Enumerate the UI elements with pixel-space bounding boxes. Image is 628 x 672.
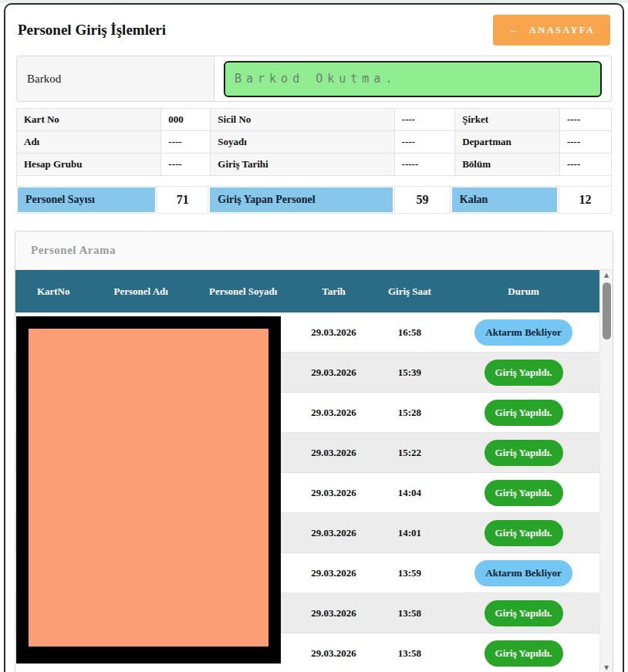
back-arrow-icon: ← xyxy=(508,24,520,36)
table-body: 29.03.2026 16:58 Aktarım Bekliyor 29.03.… xyxy=(15,312,613,672)
spacer-row xyxy=(16,176,612,186)
info-value: ---- xyxy=(161,131,211,154)
col-personel-adi: Personel Adı xyxy=(91,285,191,298)
info-value: ---- xyxy=(161,154,211,176)
status-badge: Giriş Yapıldı. xyxy=(485,480,563,506)
info-label: Kart No xyxy=(17,109,161,131)
info-value: ---- xyxy=(395,109,456,131)
cell-tarih: 29.03.2026 xyxy=(295,366,371,379)
col-durum: Durum xyxy=(447,285,599,298)
stat-value-kalan: 12 xyxy=(559,187,612,213)
cell-giris-saat: 15:39 xyxy=(372,366,447,379)
status-badge: Giriş Yapıldı. xyxy=(485,600,563,626)
status-badge: Giriş Yapıldı. xyxy=(485,400,563,426)
cell-giris-saat: 15:28 xyxy=(372,407,447,419)
table-header: KartNo Personel Adı Personel Soyadı Tari… xyxy=(15,270,599,312)
personnel-table: KartNo Personel Adı Personel Soyadı Tari… xyxy=(15,270,613,672)
cell-giris-saat: 13:59 xyxy=(372,567,447,579)
cell-tarih: 29.03.2026 xyxy=(295,407,371,419)
cell-durum: Giriş Yapıldı. xyxy=(447,360,599,386)
info-label: Bölüm xyxy=(455,154,560,176)
search-panel-title: Personel Arama xyxy=(15,231,613,270)
status-badge: Giriş Yapıldı. xyxy=(485,360,563,386)
status-badge: Aktarım Bekliyor xyxy=(474,560,572,586)
home-button-label: ANASAYFA xyxy=(529,24,595,36)
stats-row: Personel Sayısı 71 Giriş Yapan Personel … xyxy=(16,186,612,214)
col-tarih: Tarih xyxy=(295,285,371,298)
personnel-info-table: Kart No 000 Sicil No ---- Şirket ---- Ad… xyxy=(16,108,612,176)
info-label: Soyadı xyxy=(211,131,394,154)
info-value: ---- xyxy=(560,154,612,176)
info-label: Adı xyxy=(17,131,161,154)
barcode-label: Barkod xyxy=(17,56,214,101)
cell-tarih: 29.03.2026 xyxy=(295,527,371,539)
scroll-up-icon[interactable]: ▲ xyxy=(600,270,613,281)
info-label: Giriş Tarihi xyxy=(211,154,394,176)
personnel-entry-window: Personel Giriş İşlemleri ← ANASAYFA Bark… xyxy=(4,3,624,672)
cell-giris-saat: 16:58 xyxy=(372,326,447,339)
status-badge: Aktarım Bekliyor xyxy=(474,319,572,346)
barcode-input[interactable] xyxy=(224,61,602,97)
cell-giris-saat: 14:01 xyxy=(372,527,447,539)
stat-label-personel-sayisi: Personel Sayısı xyxy=(18,187,155,212)
redacted-area xyxy=(16,316,281,664)
status-badge: Giriş Yapıldı. xyxy=(485,640,563,667)
col-kartno: KartNo xyxy=(15,285,91,298)
cell-tarih: 29.03.2026 xyxy=(295,326,371,339)
cell-tarih: 29.03.2026 xyxy=(295,487,371,499)
cell-tarih: 29.03.2026 xyxy=(295,647,371,660)
barcode-section: Barkod xyxy=(16,56,612,102)
cell-tarih: 29.03.2026 xyxy=(295,607,371,620)
col-personel-soyadi: Personel Soyadı xyxy=(191,285,295,298)
cell-tarih: 29.03.2026 xyxy=(295,567,371,579)
info-value: ----- xyxy=(395,154,456,176)
info-label: Sicil No xyxy=(211,109,394,131)
info-value: ---- xyxy=(560,109,612,131)
barcode-input-cell xyxy=(214,56,611,101)
page-title: Personel Giriş İşlemleri xyxy=(18,22,166,39)
stat-value-personel-sayisi: 71 xyxy=(157,187,208,213)
cell-giris-saat: 13:58 xyxy=(372,607,447,620)
info-value: ---- xyxy=(560,131,612,154)
info-label: Departman xyxy=(455,131,560,154)
info-label: Hesap Grubu xyxy=(17,154,161,176)
status-badge: Giriş Yapıldı. xyxy=(485,440,563,466)
vertical-scrollbar[interactable]: ▲ ▼ xyxy=(599,270,613,672)
personnel-search-panel: Personel Arama KartNo Personel Adı Perso… xyxy=(15,231,613,672)
scroll-down-icon[interactable]: ▼ xyxy=(600,663,613,672)
cell-durum: Giriş Yapıldı. xyxy=(447,400,599,426)
status-badge: Giriş Yapıldı. xyxy=(485,520,563,546)
home-button[interactable]: ← ANASAYFA xyxy=(493,15,610,46)
cell-durum: Giriş Yapıldı. xyxy=(447,640,599,667)
info-value: 000 xyxy=(161,109,211,131)
cell-tarih: 29.03.2026 xyxy=(295,447,371,459)
cell-durum: Giriş Yapıldı. xyxy=(447,480,599,506)
col-giris-saat: Giriş Saat xyxy=(372,285,447,298)
cell-durum: Aktarım Bekliyor xyxy=(447,319,599,346)
info-label: Şirket xyxy=(455,109,560,131)
cell-durum: Giriş Yapıldı. xyxy=(447,520,599,546)
info-value: ---- xyxy=(395,131,456,154)
vertical-scrollbar-thumb[interactable] xyxy=(603,282,611,339)
stat-value-giris-yapan: 59 xyxy=(394,187,451,213)
cell-durum: Giriş Yapıldı. xyxy=(447,440,599,466)
cell-durum: Giriş Yapıldı. xyxy=(447,600,599,626)
cell-giris-saat: 13:58 xyxy=(372,647,447,660)
cell-giris-saat: 14:04 xyxy=(372,487,447,499)
stat-label-kalan: Kalan xyxy=(452,187,558,212)
cell-giris-saat: 15:22 xyxy=(372,447,447,459)
window-header: Personel Giriş İşlemleri ← ANASAYFA xyxy=(5,5,623,54)
stat-label-giris-yapan: Giriş Yapan Personel xyxy=(210,187,393,212)
cell-durum: Aktarım Bekliyor xyxy=(447,560,599,586)
